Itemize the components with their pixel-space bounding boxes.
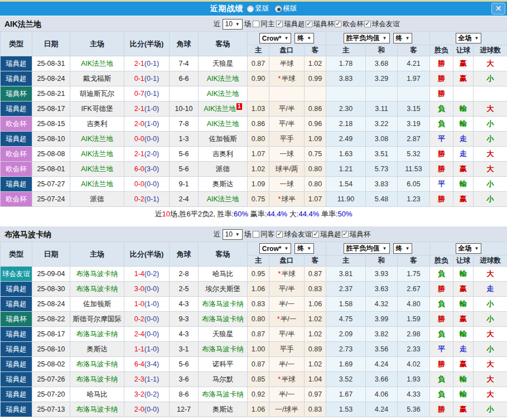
checkbox-icon[interactable] xyxy=(253,231,259,238)
crow-away-odds: 0.83 xyxy=(305,282,326,297)
team-name: AIK法兰地 xyxy=(207,120,239,128)
corner-count: 9-1 xyxy=(170,177,199,192)
league-filter[interactable]: 欧会杯 xyxy=(335,20,364,29)
near-label: 近 xyxy=(214,20,221,29)
home-team: 斯德哥尔摩国际 xyxy=(70,312,124,327)
half-time-score: (0-1) xyxy=(144,60,159,67)
team-name: AIK法兰地 xyxy=(81,150,113,158)
avg-odds-select[interactable]: 胜平负均值▼ xyxy=(344,243,390,254)
away-team: 奥斯达 xyxy=(199,402,248,417)
league-filter[interactable]: 瑞典超 xyxy=(312,230,341,239)
league-badge: 瑞典超 xyxy=(1,297,32,312)
match-date: 25-07-20 xyxy=(32,387,70,402)
team-name: 布洛马波卡纳 xyxy=(202,345,244,353)
summary-segment: 单率: xyxy=(319,210,337,218)
avg-home-odds: 1.58 xyxy=(326,297,366,312)
league-filter[interactable]: 球会友谊 xyxy=(276,230,312,239)
avg-draw-odds: 3.56 xyxy=(366,342,398,357)
league-filter[interactable]: 瑞典杯 xyxy=(342,230,371,239)
dialog-title-bar: 近期战绩 竖版 横版 ✕ xyxy=(0,2,507,16)
view-option-horizontal[interactable]: 横版 xyxy=(275,4,297,13)
half-time-score: (0-2) xyxy=(144,270,159,278)
league-filter[interactable]: 瑞典超 xyxy=(276,20,305,29)
avg-stage-select[interactable]: 终▼ xyxy=(393,33,413,44)
league-filter[interactable]: 瑞典杯 xyxy=(306,20,335,29)
league-badge: 瑞典超 xyxy=(1,372,32,387)
avg-draw-odds: 3.82 xyxy=(366,327,398,342)
checkbox-icon[interactable] xyxy=(342,231,349,238)
chevron-down-icon: ▼ xyxy=(235,232,240,237)
match-count-select[interactable]: 10 ▼ xyxy=(223,229,243,240)
handicap-result: 走 xyxy=(453,147,474,162)
dialog-title: 近期战绩 xyxy=(210,4,244,14)
bookmaker-select[interactable]: Crow*▼ xyxy=(259,243,292,254)
checkbox-icon[interactable] xyxy=(364,21,371,27)
league-filters: 球会友谊瑞典超瑞典杯 xyxy=(276,230,370,239)
home-team: AIK法兰地 xyxy=(70,56,124,71)
checkbox-icon[interactable] xyxy=(312,231,319,238)
checkbox-icon[interactable] xyxy=(276,231,283,238)
avg-odds-select[interactable]: 胜平负均值▼ xyxy=(344,33,390,44)
avg-home-odds: 1.78 xyxy=(326,56,366,71)
match-count-select[interactable]: 10 ▼ xyxy=(223,19,243,30)
summary-segment: 60% xyxy=(234,210,248,218)
avg-home-odds: 1.67 xyxy=(326,387,366,402)
team-name: AIK法兰地 xyxy=(81,135,113,143)
half-time-score: (0-0) xyxy=(144,330,159,338)
avg-home-odds: 3.52 xyxy=(326,372,366,387)
odds-stage-select[interactable]: 终▼ xyxy=(294,243,314,254)
radio-icon[interactable] xyxy=(247,6,254,12)
full-time-score: 6-4 xyxy=(134,360,144,368)
outcome-result: 勝 xyxy=(430,162,453,177)
same-venue-filter[interactable]: 同客 xyxy=(253,230,274,239)
handicap-text: 平手 xyxy=(280,135,294,143)
scope-select[interactable]: 全场▼ xyxy=(456,243,482,254)
avg-stage-select[interactable]: 终▼ xyxy=(393,243,413,254)
half-time-score: (0-0) xyxy=(144,135,159,143)
avg-draw-odds: 3.99 xyxy=(366,312,398,327)
corner-count: 9-3 xyxy=(170,312,199,327)
match-date: 25-07-27 xyxy=(32,177,70,192)
bookmaker-select[interactable]: Crow*▼ xyxy=(259,33,292,44)
team-name: 奥斯达 xyxy=(213,180,234,188)
avg-home-odds: 3.81 xyxy=(326,267,366,282)
handicap-text: 一球 xyxy=(280,180,294,188)
view-option-label[interactable]: 竖版 xyxy=(255,4,269,13)
team-name: 佐加顿斯 xyxy=(83,300,111,308)
checkbox-icon[interactable] xyxy=(335,21,341,27)
away-team: 佐加顿斯 xyxy=(199,132,248,147)
same-venue-filter[interactable]: 同主 xyxy=(253,20,274,29)
checkbox-icon[interactable] xyxy=(276,21,283,27)
home-team: 布洛马波卡纳 xyxy=(70,267,124,282)
handicap-line: *球半 xyxy=(269,192,305,207)
league-badge: 瑞典超 xyxy=(1,71,32,86)
crow-away-odds: 1.02 xyxy=(305,312,326,327)
team-name: 奥斯达 xyxy=(86,345,108,353)
view-option-vertical[interactable]: 竖版 xyxy=(247,4,269,13)
odds-stage-select[interactable]: 终▼ xyxy=(294,33,314,44)
score: 0-0(0-0) xyxy=(124,132,170,147)
away-team: 布洛马波卡纳 xyxy=(199,297,248,312)
crow-home-odds: 0.92 xyxy=(248,387,269,402)
radio-icon[interactable] xyxy=(275,6,282,12)
team-name: 布洛马波卡纳 xyxy=(76,360,118,368)
summary-segment: 赢率: xyxy=(248,210,267,218)
corner-count: 4-3 xyxy=(170,297,199,312)
team-name: 吉奥利 xyxy=(86,120,108,128)
team-name: 布洛马波卡纳 xyxy=(76,330,118,338)
team-name: AIK法兰地 xyxy=(81,180,113,188)
match-date: 25-08-24 xyxy=(32,71,70,86)
scope-select[interactable]: 全场▼ xyxy=(456,33,482,44)
avg-draw-odds: 3.22 xyxy=(366,117,398,132)
close-icon[interactable]: ✕ xyxy=(491,3,505,15)
view-option-label[interactable]: 横版 xyxy=(283,4,297,13)
away-team: 马尔默 xyxy=(199,372,248,387)
checkbox-icon[interactable] xyxy=(253,21,259,27)
col-type: 类型 xyxy=(1,242,32,267)
crow-away-odds: 0.96 xyxy=(305,117,326,132)
col-score: 比分(半场) xyxy=(124,32,170,56)
league-filter-label: 欧会杯 xyxy=(342,20,364,29)
score: 6-4(3-4) xyxy=(124,357,170,372)
checkbox-icon[interactable] xyxy=(306,21,312,27)
league-filter[interactable]: 球会友谊 xyxy=(364,20,400,29)
